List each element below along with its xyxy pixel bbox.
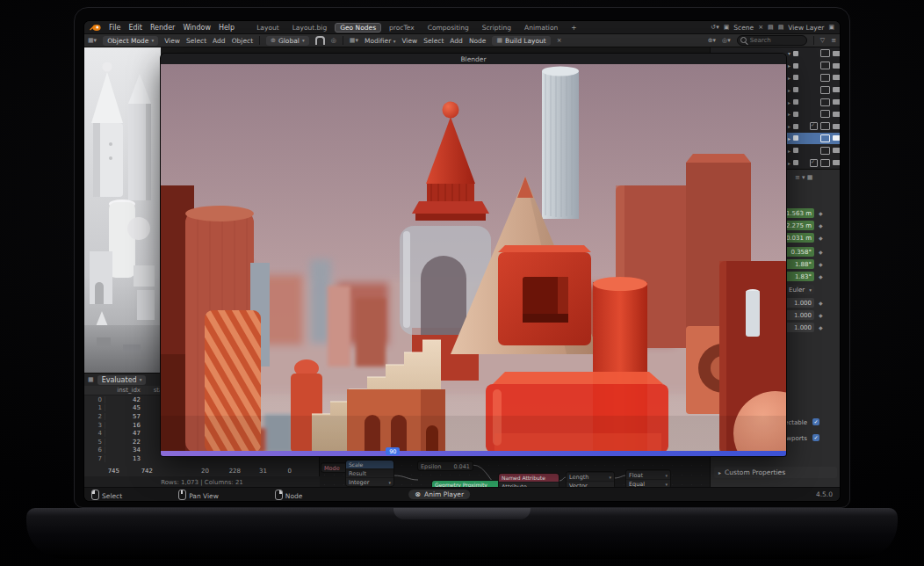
keyframe-decorator-icon[interactable]: ◆: [819, 222, 836, 229]
keyframe-decorator-icon[interactable]: ◆: [819, 300, 836, 306]
view-layer-selector[interactable]: View Layer: [788, 24, 824, 32]
stop-icon[interactable]: ⊗: [415, 490, 421, 498]
tab-scripting[interactable]: Scripting: [477, 23, 516, 33]
snap-magnet-icon[interactable]: [315, 36, 325, 45]
node-menu-view[interactable]: View: [401, 37, 417, 45]
undo-history-icon[interactable]: ↺▾: [711, 24, 718, 31]
monitor-visibility-icon[interactable]: [820, 74, 830, 82]
keyframe-decorator-icon[interactable]: ◆: [819, 261, 836, 267]
keyframe-decorator-icon[interactable]: ◆: [819, 210, 836, 216]
menu-file[interactable]: File: [109, 24, 120, 32]
viewport-menu-add[interactable]: Add: [213, 37, 226, 45]
render-window-titlebar[interactable]: Blender: [161, 54, 786, 64]
add-workspace-button[interactable]: +: [566, 23, 581, 33]
node-editor-type-icon[interactable]: ▦▾: [350, 37, 358, 44]
node-scale[interactable]: Scale Result Integer: [346, 461, 393, 486]
node-epsilon[interactable]: Epsilon0.041: [418, 461, 473, 470]
monitor-visibility-icon[interactable]: [820, 86, 830, 94]
tab-geo-nodes[interactable]: Geo Nodes: [335, 23, 381, 33]
camera-visibility-icon[interactable]: [833, 75, 840, 80]
new-view-layer-icon[interactable]: ▣: [828, 24, 834, 31]
checkbox-icon[interactable]: [810, 122, 818, 130]
viewports-checkbox[interactable]: ✓: [812, 434, 819, 441]
monitor-visibility-icon[interactable]: [820, 159, 830, 167]
anim-player-status[interactable]: ⊗ Anim Player: [408, 490, 470, 499]
node-tree-type-dropdown[interactable]: Modifier ▾: [365, 37, 395, 45]
viewport-menu-select[interactable]: Select: [186, 37, 206, 45]
monitor-visibility-icon[interactable]: [820, 122, 830, 130]
spreadsheet-row-partial[interactable]: 745 742 20 228 31 0: [84, 467, 320, 475]
camera-visibility-icon[interactable]: [833, 51, 840, 56]
render-result-window[interactable]: Blender: [161, 54, 786, 456]
column-inst-idx[interactable]: inst_idx: [105, 387, 144, 394]
camera-visibility-icon[interactable]: [833, 63, 840, 69]
menu-render[interactable]: Render: [150, 24, 175, 32]
camera-visibility-icon[interactable]: [833, 112, 840, 117]
mode-dropdown[interactable]: Object Mode▾: [103, 36, 158, 46]
menu-edit[interactable]: Edit: [128, 24, 142, 32]
outliner-options-icon[interactable]: ≡: [831, 37, 836, 44]
tab-proctex[interactable]: procTex: [384, 23, 420, 33]
camera-visibility-icon[interactable]: [833, 124, 840, 129]
viewport-menu-object[interactable]: Object: [232, 37, 253, 45]
filter-icon[interactable]: ▽: [820, 37, 825, 44]
status-node: Node: [275, 490, 303, 500]
editor-type-icon[interactable]: ▦▾: [88, 37, 97, 44]
monitor-visibility-icon[interactable]: [820, 110, 830, 118]
tab-layout-big[interactable]: Layout.big: [287, 23, 333, 33]
divider: [259, 36, 260, 45]
clay-viewport-image: [84, 47, 161, 373]
node-named-attribute[interactable]: Named Attribute Attribute: [499, 474, 559, 487]
snapping-icon[interactable]: ⊕▾: [708, 37, 716, 44]
keyframe-decorator-icon[interactable]: ◆: [819, 324, 836, 330]
keyframe-decorator-icon[interactable]: ◆: [819, 312, 836, 318]
monitor-visibility-icon[interactable]: [820, 62, 830, 69]
render-progress-bar: [161, 451, 786, 456]
expand-icon: ▸: [718, 469, 721, 475]
camera-visibility-icon[interactable]: [833, 135, 840, 141]
object-icon: [793, 148, 798, 153]
monitor-visibility-icon[interactable]: [820, 49, 830, 57]
custom-properties-panel-header[interactable]: ▸ Custom Properties: [714, 467, 837, 478]
tab-layout[interactable]: Layout: [251, 23, 285, 33]
unlink-scene-icon[interactable]: ×: [758, 24, 763, 31]
object-icon: [793, 135, 798, 141]
mouse-left-icon: [91, 490, 99, 500]
viewport-3d-clay[interactable]: [84, 47, 161, 373]
scene-selector[interactable]: Scene: [733, 24, 754, 32]
orientation-dropdown[interactable]: ⊕Global▾: [266, 36, 309, 46]
keyframe-decorator-icon[interactable]: ◆: [819, 273, 836, 279]
tab-animation[interactable]: Animation: [519, 23, 563, 33]
version-label: 4.5.0: [816, 490, 833, 498]
properties-nav-icons[interactable]: ≡ ▾ ▦: [795, 174, 812, 181]
viewport-menu-view[interactable]: View: [164, 37, 180, 45]
monitor-visibility-icon[interactable]: [820, 134, 830, 142]
monitor-visibility-icon[interactable]: [820, 147, 830, 155]
node-menu-add[interactable]: Add: [450, 37, 463, 45]
camera-visibility-icon[interactable]: [833, 160, 840, 165]
node-geometry-proximity[interactable]: Geometry Proximity: [432, 481, 501, 487]
selectable-checkbox[interactable]: ✓: [812, 418, 819, 425]
tab-compositing[interactable]: Compositing: [422, 23, 474, 33]
build-layout-button[interactable]: ▦Build Layout: [492, 36, 550, 46]
menu-window[interactable]: Window: [183, 24, 211, 32]
menu-help[interactable]: Help: [219, 24, 235, 32]
node-length[interactable]: Length Vector: [567, 472, 614, 487]
camera-visibility-icon[interactable]: [833, 87, 840, 92]
frame-badge: 90: [386, 447, 400, 455]
node-menu-node[interactable]: Node: [469, 37, 487, 45]
monitor-visibility-icon[interactable]: [820, 98, 830, 106]
new-scene-icon[interactable]: ▤: [768, 24, 774, 31]
checkbox-icon[interactable]: [810, 159, 818, 167]
node-compare[interactable]: Float Equal: [626, 470, 670, 487]
camera-visibility-icon[interactable]: [833, 99, 840, 105]
clear-icon[interactable]: ×: [557, 37, 562, 44]
keyframe-decorator-icon[interactable]: ◆: [819, 235, 836, 241]
camera-visibility-icon[interactable]: [833, 148, 840, 153]
node-menu-select[interactable]: Select: [423, 37, 444, 45]
overlays-icon[interactable]: ◎▾: [722, 37, 731, 44]
proportional-edit-icon[interactable]: ◎: [331, 37, 336, 44]
globe-icon: ⊕: [271, 37, 276, 44]
dataset-dropdown[interactable]: Evaluated▾: [97, 375, 147, 385]
keyframe-decorator-icon[interactable]: ◆: [819, 249, 836, 255]
